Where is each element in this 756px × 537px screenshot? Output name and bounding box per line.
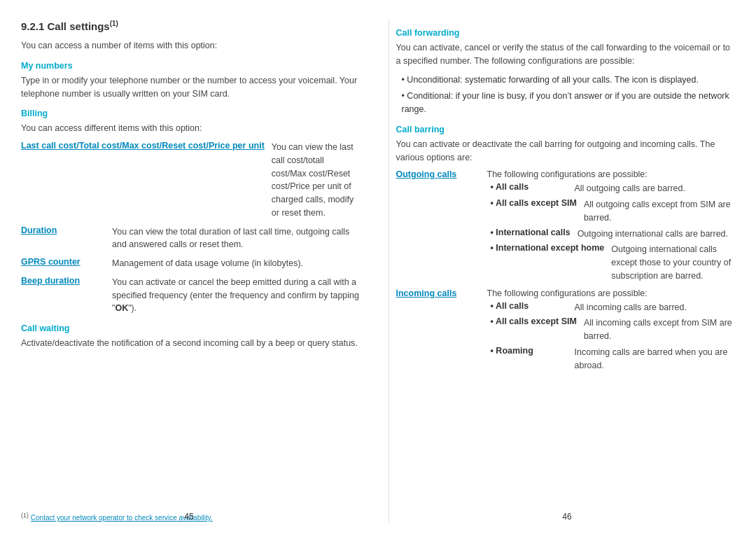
- outgoing-calls-link: Outgoing calls: [396, 169, 457, 179]
- duration-term: Duration: [21, 225, 105, 252]
- call-waiting-heading: Call waiting: [21, 323, 360, 333]
- left-column: 9.2.1 Call settings(1) You can access a …: [21, 20, 368, 523]
- roaming-desc: Incoming calls are barred when you are a…: [575, 346, 736, 372]
- incoming-calls-label: Incoming calls: [396, 288, 480, 298]
- last-call-row: Last call cost/Total cost/Max cost/Reset…: [21, 141, 360, 220]
- out-except-sim-desc: All outgoing calls except from SIM are b…: [584, 198, 735, 225]
- incoming-calls-link: Incoming calls: [396, 288, 457, 298]
- gprs-link: GPRS counter: [21, 257, 80, 267]
- unconditional-bullet: • Unconditional: systematic forwarding o…: [402, 74, 736, 87]
- last-call-term: Last call cost/Total cost/Max cost/Reset…: [21, 141, 265, 220]
- out-intl-calls-row: • International calls Outgoing internati…: [491, 228, 736, 241]
- call-barring-heading: Call barring: [396, 125, 736, 134]
- duration-link: Duration: [21, 225, 57, 235]
- in-except-sim-desc: All incoming calls except from SIM are b…: [584, 316, 735, 343]
- beep-link: Beep duration: [21, 276, 80, 286]
- out-intl-except-desc: Outgoing international calls except thos…: [611, 243, 735, 282]
- billing-heading: Billing: [21, 109, 360, 118]
- my-numbers-text: Type in or modify your telephone number …: [21, 74, 360, 101]
- unconditional-text: • Unconditional: systematic forwarding o…: [402, 75, 699, 85]
- outgoing-header: Outgoing calls The following configurati…: [396, 169, 736, 179]
- out-all-calls-row: • All calls All outgoing calls are barre…: [491, 182, 736, 195]
- last-call-desc: You can view the last call cost/totall c…: [272, 141, 360, 220]
- roaming-term: • Roaming: [491, 346, 568, 372]
- gprs-term: GPRS counter: [21, 257, 105, 270]
- out-intl-except-term: • International except home: [491, 243, 605, 282]
- out-except-sim-term: • All calls except SIM: [491, 198, 577, 225]
- conditional-text: • Conditional: if your line is busy, if …: [402, 91, 729, 114]
- in-all-calls-term: • All calls: [491, 301, 568, 314]
- beep-desc: You can activate or cancel the beep emit…: [112, 276, 360, 315]
- page-numbers: 45 46: [0, 512, 756, 522]
- out-all-calls-term: • All calls: [491, 182, 568, 195]
- billing-text: You can access different items with this…: [21, 122, 360, 135]
- incoming-config-text: The following configurations are possibl…: [487, 288, 736, 298]
- out-except-sim-row: • All calls except SIM All outgoing call…: [491, 198, 736, 225]
- outgoing-bullets: • All calls All outgoing calls are barre…: [396, 182, 736, 282]
- last-call-link: Last call cost/Total cost/Max cost/Reset…: [21, 141, 265, 151]
- page-number-left: 45: [184, 512, 193, 522]
- call-forwarding-text: You can activate, cancel or verify the s…: [396, 41, 736, 68]
- intro-text: You can access a number of items with th…: [21, 39, 360, 53]
- beep-row: Beep duration You can activate or cancel…: [21, 276, 360, 315]
- gprs-desc: Management of data usage volume (in kilo…: [112, 257, 360, 270]
- roaming-row: • Roaming Incoming calls are barred when…: [491, 346, 736, 372]
- call-barring-text: You can activate or deactivate the call …: [396, 138, 736, 165]
- in-except-sim-term: • All calls except SIM: [491, 316, 577, 343]
- in-all-calls-desc: All incoming calls are barred.: [575, 301, 736, 314]
- title-sup: (1): [110, 20, 118, 27]
- outgoing-config-text: The following configurations are possibl…: [487, 169, 736, 179]
- conditional-bullet: • Conditional: if your line is busy, if …: [402, 90, 736, 116]
- gprs-row: GPRS counter Management of data usage vo…: [21, 257, 360, 270]
- in-except-sim-row: • All calls except SIM All incoming call…: [491, 316, 736, 343]
- right-column: Call forwarding You can activate, cancel…: [388, 20, 736, 523]
- outgoing-calls-label: Outgoing calls: [396, 169, 480, 179]
- call-forwarding-heading: Call forwarding: [396, 28, 736, 38]
- page-number-right: 46: [562, 512, 571, 522]
- out-intl-desc: Outgoing international calls are barred.: [578, 228, 735, 241]
- page-title: 9.2.1 Call settings(1): [21, 20, 360, 32]
- in-all-calls-row: • All calls All incoming calls are barre…: [491, 301, 736, 314]
- call-waiting-text: Activate/deactivate the notification of …: [21, 337, 360, 350]
- title-text: 9.2.1 Call settings: [21, 20, 110, 32]
- duration-desc: You can view the total duration of last …: [112, 225, 360, 252]
- duration-row: Duration You can view the total duration…: [21, 225, 360, 252]
- incoming-bullets: • All calls All incoming calls are barre…: [396, 301, 736, 372]
- my-numbers-heading: My numbers: [21, 61, 360, 71]
- out-all-calls-desc: All outgoing calls are barred.: [575, 182, 736, 195]
- beep-term: Beep duration: [21, 276, 105, 315]
- out-intl-except-home-row: • International except home Outgoing int…: [491, 243, 736, 282]
- incoming-header: Incoming calls The following configurati…: [396, 288, 736, 298]
- out-intl-term: • International calls: [491, 228, 570, 241]
